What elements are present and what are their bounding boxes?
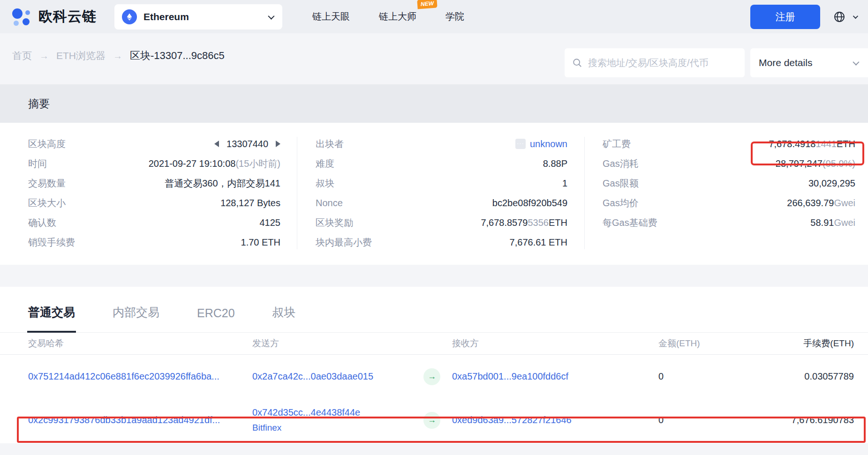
tab-normal-transactions[interactable]: 普通交易 xyxy=(28,305,75,332)
fee-value: 7,676.6190783 xyxy=(751,415,854,425)
chevron-down-icon xyxy=(853,13,858,18)
col-header-fee: 手续费(ETH) xyxy=(751,337,854,350)
search-icon xyxy=(572,58,582,68)
summary-title: 摘要 xyxy=(28,97,50,111)
fee-value: 0.03057789 xyxy=(751,371,854,382)
summary-row-nonce: Nonce bc2be08f920b549 xyxy=(316,193,567,213)
summary-row-gas-avg-price: Gas均价 266,639.79 Gwei xyxy=(603,193,855,213)
amount-value: 0 xyxy=(611,415,751,425)
summary-row-confirmations: 确认数 4125 xyxy=(28,213,280,232)
col-header-to: 接收方 xyxy=(452,337,611,350)
chain-selector-value: Ethereum xyxy=(143,11,268,22)
search-input[interactable] xyxy=(588,58,737,68)
table-header: 交易哈希 发送方 接收方 金额(ETH) 手续费(ETH) xyxy=(0,333,868,355)
summary-row-block-size: 区块大小 128,127 Bytes xyxy=(28,193,280,213)
more-details-label: More details xyxy=(759,57,812,68)
oklink-logo[interactable]: 欧科云链 xyxy=(12,7,97,27)
summary-column-1: 区块高度 13307440 时间 2021-09-27 19:10:08(15小… xyxy=(28,134,280,252)
transfer-arrow-icon: → xyxy=(423,412,440,429)
summary-row-miner: 出块者 ··· unknown xyxy=(316,134,567,154)
chevron-down-icon xyxy=(853,59,859,66)
breadcrumb-separator: → xyxy=(113,51,122,61)
language-switcher[interactable] xyxy=(833,11,857,23)
transaction-tabs: 普通交易 内部交易 ERC20 叔块 xyxy=(0,287,868,333)
nav-link-chainmaster[interactable]: 链上大师NEW xyxy=(379,10,416,23)
summary-row-block-height: 区块高度 13307440 xyxy=(28,134,280,154)
breadcrumb-separator: → xyxy=(39,51,49,61)
from-address-tag[interactable]: Bitfinex xyxy=(252,423,412,433)
navbar-right: 注册 xyxy=(750,5,857,29)
summary-column-2: 出块者 ··· unknown 难度 8.88P 叔块 1 Nonce bc2b… xyxy=(316,134,567,252)
summary-panel: 区块高度 13307440 时间 2021-09-27 19:10:08(15小… xyxy=(0,123,868,265)
col-header-from: 发送方 xyxy=(252,337,412,350)
col-header-tx-hash: 交易哈希 xyxy=(28,337,252,350)
table-row: 0x751214ad412c06e881f6ec2039926ffa6ba...… xyxy=(0,355,868,398)
to-address-link[interactable]: 0xa57bd001...9ea100fdd6cf xyxy=(452,371,611,382)
nav-link-chainseye[interactable]: 链上天眼 xyxy=(312,10,350,23)
tab-erc20[interactable]: ERC20 xyxy=(197,306,235,332)
summary-row-time: 时间 2021-09-27 19:10:08(15小时前) xyxy=(28,154,280,173)
summary-row-gas-used: Gas消耗 28,797,247(95.9%) xyxy=(603,154,855,173)
summary-row-base-fee: 每Gas基础费 58.91 Gwei xyxy=(603,213,855,232)
breadcrumb-home[interactable]: 首页 xyxy=(12,49,32,62)
search-bar[interactable] xyxy=(565,48,745,77)
column-divider xyxy=(584,137,585,249)
table-row: 0x2c9931793876db33b1a9aad123ad4921df... … xyxy=(0,398,868,442)
summary-row-tx-count: 交易数量 普通交易360，内部交易141 xyxy=(28,173,280,193)
from-address-link[interactable]: 0x742d35cc...4e4438f44e xyxy=(252,407,412,418)
signup-button[interactable]: 注册 xyxy=(750,5,820,29)
top-navbar: 欧科云链 Ethereum 链上天眼 链上大师NEW 学院 注册 xyxy=(0,0,868,33)
breadcrumb-current-block: 区块-13307...9c86c5 xyxy=(130,49,225,63)
oklink-logo-icon xyxy=(12,7,32,27)
summary-row-uncles: 叔块 1 xyxy=(316,173,567,193)
amount-value: 0 xyxy=(611,371,751,382)
new-badge: NEW xyxy=(417,0,437,9)
summary-row-burnt-fee: 销毁手续费 1.70 ETH xyxy=(28,232,280,252)
summary-row-difficulty: 难度 8.88P xyxy=(316,154,567,173)
summary-row-miner-fee: 矿工费 7,678.49181441 ETH xyxy=(603,134,855,154)
col-header-amount: 金额(ETH) xyxy=(611,337,751,350)
chain-selector-dropdown[interactable]: Ethereum xyxy=(114,4,282,30)
nav-link-academy[interactable]: 学院 xyxy=(445,10,464,23)
summary-row-gas-limit: Gas限额 30,029,295 xyxy=(603,173,855,193)
more-details-dropdown[interactable]: More details xyxy=(750,48,868,77)
prev-block-icon[interactable] xyxy=(214,141,219,147)
to-address-link[interactable]: 0xed9d63a9...572827f21646 xyxy=(452,415,611,425)
tx-hash-link[interactable]: 0x751214ad412c06e881f6ec2039926ffa6ba... xyxy=(28,371,252,382)
breadcrumb-eth-explorer[interactable]: ETH浏览器 xyxy=(56,49,106,62)
summary-header-band: 摘要 xyxy=(0,84,868,123)
ethereum-icon xyxy=(122,9,137,24)
summary-column-3: 矿工费 7,678.49181441 ETH Gas消耗 28,797,247(… xyxy=(603,134,855,252)
globe-icon xyxy=(833,11,845,23)
miner-link[interactable]: unknown xyxy=(530,139,567,149)
breadcrumb: 首页 → ETH浏览器 → 区块-13307...9c86c5 xyxy=(12,49,225,63)
block-height-value: 13307440 xyxy=(226,139,268,149)
tx-hash-link[interactable]: 0x2c9931793876db33b1a9aad123ad4921df... xyxy=(28,415,252,425)
transfer-arrow-icon: → xyxy=(423,368,440,385)
transactions-panel: 普通交易 内部交易 ERC20 叔块 交易哈希 发送方 接收方 金额(ETH) … xyxy=(0,287,868,443)
logo-text: 欧科云链 xyxy=(38,7,97,26)
chevron-down-icon xyxy=(268,13,274,19)
nav-links: 链上天眼 链上大师NEW 学院 xyxy=(312,10,464,23)
next-block-icon[interactable] xyxy=(276,141,280,147)
from-address-link[interactable]: 0x2a7ca42c...0ae03daae015 xyxy=(252,371,412,382)
tab-uncle-blocks[interactable]: 叔块 xyxy=(272,305,296,332)
tab-internal-transactions[interactable]: 内部交易 xyxy=(113,305,159,332)
summary-row-max-tip: 块内最高小费 7,676.61 ETH xyxy=(316,232,567,252)
column-divider xyxy=(297,137,297,249)
miner-avatar-icon: ··· xyxy=(515,139,526,149)
summary-row-block-reward: 区块奖励 7,678.85795356 ETH xyxy=(316,213,567,232)
